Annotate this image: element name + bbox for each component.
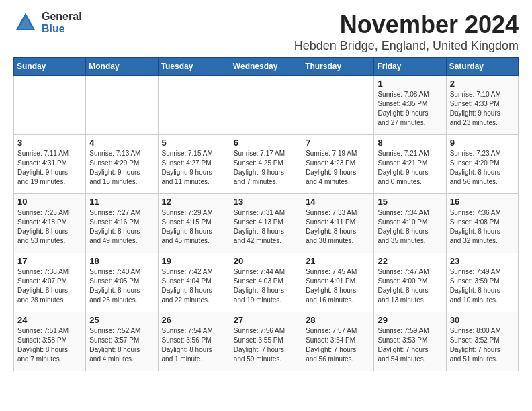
calendar-cell: 19Sunrise: 7:42 AM Sunset: 4:04 PM Dayli… (158, 253, 230, 312)
calendar-cell (14, 76, 86, 135)
calendar-cell: 9Sunrise: 7:23 AM Sunset: 4:20 PM Daylig… (446, 135, 518, 194)
cell-content: Sunrise: 7:36 AM Sunset: 4:08 PM Dayligh… (450, 208, 515, 246)
title-area: November 2024 Hebden Bridge, England, Un… (294, 11, 519, 53)
calendar-cell: 30Sunrise: 8:00 AM Sunset: 3:52 PM Dayli… (446, 312, 518, 371)
cell-content: Sunrise: 7:51 AM Sunset: 3:58 PM Dayligh… (17, 326, 82, 364)
day-number: 23 (450, 256, 515, 266)
day-number: 18 (89, 256, 154, 266)
cell-content: Sunrise: 7:23 AM Sunset: 4:20 PM Dayligh… (450, 149, 515, 187)
month-title: November 2024 (294, 11, 519, 39)
cell-content: Sunrise: 7:31 AM Sunset: 4:13 PM Dayligh… (234, 208, 298, 246)
calendar-cell (302, 76, 374, 135)
day-number: 8 (378, 138, 442, 148)
day-number: 15 (378, 197, 442, 207)
day-number: 20 (234, 256, 298, 266)
day-number: 22 (378, 256, 442, 266)
cell-content: Sunrise: 7:17 AM Sunset: 4:25 PM Dayligh… (234, 149, 298, 187)
day-number: 11 (89, 197, 154, 207)
day-number: 3 (17, 138, 82, 148)
calendar-cell: 14Sunrise: 7:33 AM Sunset: 4:11 PM Dayli… (302, 194, 374, 253)
day-number: 4 (89, 138, 154, 148)
day-number: 6 (234, 138, 298, 148)
calendar-week-row: 1Sunrise: 7:08 AM Sunset: 4:35 PM Daylig… (14, 76, 519, 135)
calendar-cell: 4Sunrise: 7:13 AM Sunset: 4:29 PM Daylig… (86, 135, 158, 194)
calendar-cell (86, 76, 158, 135)
calendar-cell: 29Sunrise: 7:59 AM Sunset: 3:53 PM Dayli… (374, 312, 446, 371)
day-number: 17 (17, 256, 82, 266)
calendar-cell: 5Sunrise: 7:15 AM Sunset: 4:27 PM Daylig… (158, 135, 230, 194)
logo-text: General Blue (42, 11, 82, 34)
calendar-cell: 15Sunrise: 7:34 AM Sunset: 4:10 PM Dayli… (374, 194, 446, 253)
cell-content: Sunrise: 7:19 AM Sunset: 4:23 PM Dayligh… (306, 149, 370, 187)
calendar-cell: 13Sunrise: 7:31 AM Sunset: 4:13 PM Dayli… (230, 194, 302, 253)
calendar-cell: 10Sunrise: 7:25 AM Sunset: 4:18 PM Dayli… (14, 194, 86, 253)
day-number: 14 (306, 197, 370, 207)
day-number: 25 (89, 315, 154, 325)
day-number: 13 (234, 197, 298, 207)
cell-content: Sunrise: 7:29 AM Sunset: 4:15 PM Dayligh… (162, 208, 226, 246)
cell-content: Sunrise: 7:59 AM Sunset: 3:53 PM Dayligh… (378, 326, 442, 364)
day-number: 21 (306, 256, 370, 266)
cell-content: Sunrise: 7:13 AM Sunset: 4:29 PM Dayligh… (89, 149, 154, 187)
calendar-table: SundayMondayTuesdayWednesdayThursdayFrid… (13, 57, 519, 371)
cell-content: Sunrise: 7:52 AM Sunset: 3:57 PM Dayligh… (89, 326, 154, 364)
cell-content: Sunrise: 7:49 AM Sunset: 3:59 PM Dayligh… (450, 267, 515, 305)
day-number: 27 (234, 315, 298, 325)
weekday-header: Friday (374, 58, 446, 76)
cell-content: Sunrise: 7:42 AM Sunset: 4:04 PM Dayligh… (162, 267, 226, 305)
calendar-cell (230, 76, 302, 135)
calendar-week-row: 24Sunrise: 7:51 AM Sunset: 3:58 PM Dayli… (14, 312, 519, 371)
weekday-header: Tuesday (158, 58, 230, 76)
day-number: 5 (162, 138, 226, 148)
day-number: 30 (450, 315, 515, 325)
cell-content: Sunrise: 7:56 AM Sunset: 3:55 PM Dayligh… (234, 326, 298, 364)
calendar-cell: 11Sunrise: 7:27 AM Sunset: 4:16 PM Dayli… (86, 194, 158, 253)
calendar-cell: 21Sunrise: 7:45 AM Sunset: 4:01 PM Dayli… (302, 253, 374, 312)
calendar-cell (158, 76, 230, 135)
day-number: 10 (17, 197, 82, 207)
logo-blue-text: Blue (42, 23, 82, 35)
calendar-cell: 17Sunrise: 7:38 AM Sunset: 4:07 PM Dayli… (14, 253, 86, 312)
cell-content: Sunrise: 7:40 AM Sunset: 4:05 PM Dayligh… (89, 267, 154, 305)
logo: General Blue (13, 11, 82, 35)
cell-content: Sunrise: 7:33 AM Sunset: 4:11 PM Dayligh… (306, 208, 370, 246)
day-number: 24 (17, 315, 82, 325)
calendar-cell: 6Sunrise: 7:17 AM Sunset: 4:25 PM Daylig… (230, 135, 302, 194)
cell-content: Sunrise: 7:25 AM Sunset: 4:18 PM Dayligh… (17, 208, 82, 246)
day-number: 16 (450, 197, 515, 207)
calendar-cell: 18Sunrise: 7:40 AM Sunset: 4:05 PM Dayli… (86, 253, 158, 312)
cell-content: Sunrise: 7:15 AM Sunset: 4:27 PM Dayligh… (162, 149, 226, 187)
cell-content: Sunrise: 7:38 AM Sunset: 4:07 PM Dayligh… (17, 267, 82, 305)
calendar-cell: 3Sunrise: 7:11 AM Sunset: 4:31 PM Daylig… (14, 135, 86, 194)
logo-icon (13, 11, 38, 35)
calendar-week-row: 3Sunrise: 7:11 AM Sunset: 4:31 PM Daylig… (14, 135, 519, 194)
calendar-cell: 24Sunrise: 7:51 AM Sunset: 3:58 PM Dayli… (14, 312, 86, 371)
calendar-header-row: SundayMondayTuesdayWednesdayThursdayFrid… (14, 58, 519, 76)
calendar-cell: 16Sunrise: 7:36 AM Sunset: 4:08 PM Dayli… (446, 194, 518, 253)
calendar-cell: 2Sunrise: 7:10 AM Sunset: 4:33 PM Daylig… (446, 76, 518, 135)
calendar-cell: 26Sunrise: 7:54 AM Sunset: 3:56 PM Dayli… (158, 312, 230, 371)
calendar-cell: 23Sunrise: 7:49 AM Sunset: 3:59 PM Dayli… (446, 253, 518, 312)
day-number: 12 (162, 197, 226, 207)
day-number: 2 (450, 79, 515, 89)
cell-content: Sunrise: 7:10 AM Sunset: 4:33 PM Dayligh… (450, 90, 515, 128)
calendar-week-row: 10Sunrise: 7:25 AM Sunset: 4:18 PM Dayli… (14, 194, 519, 253)
weekday-header: Sunday (14, 58, 86, 76)
calendar-cell: 27Sunrise: 7:56 AM Sunset: 3:55 PM Dayli… (230, 312, 302, 371)
calendar-cell: 25Sunrise: 7:52 AM Sunset: 3:57 PM Dayli… (86, 312, 158, 371)
day-number: 1 (378, 79, 442, 89)
day-number: 28 (306, 315, 370, 325)
day-number: 29 (378, 315, 442, 325)
calendar-cell: 7Sunrise: 7:19 AM Sunset: 4:23 PM Daylig… (302, 135, 374, 194)
weekday-header: Thursday (302, 58, 374, 76)
calendar-week-row: 17Sunrise: 7:38 AM Sunset: 4:07 PM Dayli… (14, 253, 519, 312)
calendar-cell: 28Sunrise: 7:57 AM Sunset: 3:54 PM Dayli… (302, 312, 374, 371)
weekday-header: Wednesday (230, 58, 302, 76)
cell-content: Sunrise: 8:00 AM Sunset: 3:52 PM Dayligh… (450, 326, 515, 364)
cell-content: Sunrise: 7:11 AM Sunset: 4:31 PM Dayligh… (17, 149, 82, 187)
cell-content: Sunrise: 7:34 AM Sunset: 4:10 PM Dayligh… (378, 208, 442, 246)
cell-content: Sunrise: 7:47 AM Sunset: 4:00 PM Dayligh… (378, 267, 442, 305)
cell-content: Sunrise: 7:27 AM Sunset: 4:16 PM Dayligh… (89, 208, 154, 246)
calendar-body: 1Sunrise: 7:08 AM Sunset: 4:35 PM Daylig… (14, 76, 519, 371)
cell-content: Sunrise: 7:54 AM Sunset: 3:56 PM Dayligh… (162, 326, 226, 364)
